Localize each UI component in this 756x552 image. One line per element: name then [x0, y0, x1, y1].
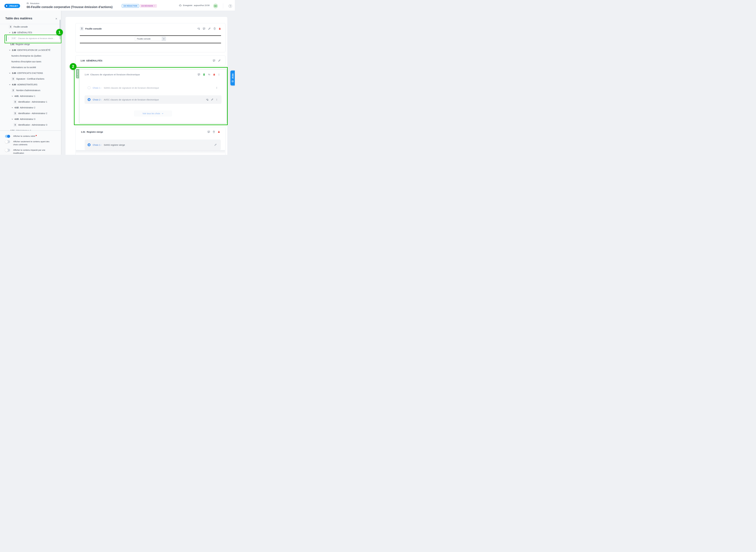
version-history-icon[interactable] [197, 27, 200, 30]
toc-item-label: Numéro d'entreprise du Québec [11, 54, 41, 57]
kebab-menu-icon[interactable] [216, 87, 218, 89]
toc-item-number: 4.01 [14, 95, 19, 97]
add-comment-icon[interactable] [203, 27, 205, 30]
clause-type-tab: CLAUSE [76, 69, 79, 79]
toc-item[interactable]: Informations sur la société [0, 64, 61, 70]
radio-unselected[interactable] [87, 86, 90, 89]
see-all-label: Voir tous les choix [143, 112, 160, 115]
lock-icon[interactable] [213, 73, 215, 76]
status-badge-review[interactable]: EN RÉVISION [140, 4, 157, 8]
clause-title: Clauses de signature et livraison électr… [90, 73, 140, 76]
chevron-down-icon [162, 113, 164, 115]
kebab-menu-icon[interactable] [218, 74, 220, 76]
close-icon[interactable] [55, 17, 58, 20]
toc-item-label: Administrateur 1 [20, 95, 35, 97]
section-card-generalites: 1.00 GÉNÉRALITÉS [75, 55, 225, 65]
lock-icon[interactable] [218, 27, 221, 30]
save-status: Enregistré : aujourd'hui 15:50 [179, 4, 210, 7]
toggle-switch[interactable] [5, 140, 10, 143]
toc-item[interactable]: 4.00ADMINISTRATEURS [0, 82, 61, 88]
lock-icon[interactable] [218, 131, 220, 133]
toc-item-highlighted[interactable]: #.##Clauses de signature et livraison él… [0, 35, 61, 41]
edit-pencil-icon[interactable] [218, 59, 221, 62]
cloud-icon [179, 4, 182, 7]
delete-trash-icon[interactable] [212, 130, 215, 133]
edit-pencil-icon[interactable] [211, 98, 213, 101]
toc-item[interactable]: Identification - Administrateur 1 [0, 99, 61, 105]
app-window: PROJET Résolution 00-Feuille console cor… [0, 0, 235, 155]
toc-item-label: Feuille console [14, 26, 28, 28]
restore-content-icon[interactable] [203, 73, 205, 76]
page-title: 00-Feuille console corporative (Trousse … [27, 5, 113, 9]
toc-item-number: 1.01 [10, 43, 14, 45]
see-all-choices-button[interactable]: Voir tous les choix [134, 111, 172, 117]
clause-choice-1[interactable]: Choix 1 : SANS clauses de signature et d… [84, 84, 221, 91]
registre-choice-2[interactable]: Choix 2 : AVEC registre vierge [85, 152, 221, 155]
toc-item[interactable]: 2.00IDENTIFICATION DE LA SOCIÉTÉ [0, 47, 61, 53]
status-badge-draft[interactable]: EN RÉDACTION [122, 4, 139, 8]
toc-item-number: 3.00 [12, 72, 16, 74]
toc-item[interactable]: 4.03Administrateur 3 [0, 116, 61, 122]
help-side-tab[interactable]: Aide [230, 71, 235, 86]
clause-tab-label: CLAUSE [77, 70, 78, 78]
chevron-down-icon[interactable] [11, 107, 13, 109]
chevron-down-icon[interactable] [9, 32, 11, 34]
console-sheet-select[interactable]: Feuille console [135, 37, 166, 41]
red-dot-indicator [36, 135, 37, 136]
chevron-down-icon[interactable] [9, 72, 11, 74]
toc-item[interactable]: 4.04Administrateur 4 [0, 128, 61, 130]
add-comment-icon[interactable] [207, 130, 210, 133]
toc-item-label: Identification - Administrateur 3 [18, 124, 47, 126]
chevron-down-icon[interactable] [11, 95, 13, 97]
kebab-menu-icon[interactable] [216, 99, 218, 101]
projet-logo: PROJET [4, 4, 20, 8]
drag-handle-icon[interactable] [8, 37, 9, 40]
toggle-switch[interactable] [5, 149, 10, 152]
version-history-icon[interactable] [206, 98, 209, 101]
document-pen-icon [5, 4, 8, 8]
toc-item[interactable]: 1.00GÉNÉRALITÉS [0, 30, 61, 35]
toc-item-label: Clauses de signature et livraison électr… [18, 37, 54, 39]
toc-item[interactable]: Identification - Administrateur 2 [0, 111, 61, 116]
select-value: Feuille console [135, 38, 162, 40]
toggle-label: Afficher le contenu retiré [13, 135, 37, 138]
choice-text: SANS registre vierge [104, 144, 125, 146]
chevron-down-icon[interactable] [11, 118, 13, 120]
edit-pencil-icon[interactable] [214, 143, 217, 146]
delete-trash-icon[interactable] [213, 27, 216, 30]
toc-item[interactable]: 4.01Administrateur 1 [0, 93, 61, 99]
toc-item-number: 1.00 [12, 31, 16, 34]
chevron-down-icon[interactable] [9, 84, 11, 86]
help-button[interactable]: ? [229, 4, 232, 8]
toc-item[interactable]: Identification - Administrateur 3 [0, 122, 61, 128]
signature-icon [80, 27, 84, 30]
radio-selected[interactable] [87, 98, 90, 101]
toc-item[interactable]: Numéros d'inscription aux taxes [0, 59, 61, 64]
avatar[interactable]: SK [213, 4, 218, 8]
toc-item[interactable]: 3.00CERTIFICATS D'ACTIONS [0, 70, 61, 76]
logo-label: PROJET [10, 5, 18, 7]
card-title: Feuille console [85, 27, 102, 30]
toc-item[interactable]: Feuille console [0, 24, 61, 30]
toc-item[interactable]: Numéro d'entreprise du Québec [0, 53, 61, 59]
toggle-switch[interactable] [5, 135, 10, 138]
swap-order-icon[interactable] [208, 73, 211, 76]
add-comment-icon[interactable] [213, 59, 215, 62]
table-of-contents-sidebar: Table des matières Feuille console1.00GÉ… [0, 11, 61, 155]
filter-toggle-row: Afficher le contenu impacté par une modi… [5, 149, 61, 155]
section-card-registre-vierge: 1.01 Registre vierge Choix 1 : [75, 127, 225, 155]
registre-choice-1[interactable]: Choix 1 : SANS registre vierge [85, 140, 221, 150]
add-comment-icon[interactable] [197, 73, 200, 76]
radio-selected[interactable] [87, 143, 90, 146]
signature-icon [13, 100, 17, 104]
toc-drag-card[interactable]: #.##Clauses de signature et livraison él… [6, 35, 60, 41]
toc-item[interactable]: 1.01Registre vierge [0, 41, 61, 47]
toc-item[interactable]: 4.02Administrateur 2 [0, 105, 61, 111]
toc-item[interactable]: Nombre d'administrateurs [0, 88, 61, 93]
chevron-down-icon[interactable] [9, 49, 11, 51]
clause-choice-2[interactable]: Choix 2 : AVEC clauses de signature et d… [84, 95, 221, 104]
toc-item[interactable]: Signature - Certificat d'actions [0, 76, 61, 82]
top-header: PROJET Résolution 00-Feuille console cor… [0, 0, 235, 11]
edit-pencil-icon[interactable] [208, 27, 211, 30]
toggle-label: Afficher le contenu impacté par une modi… [13, 149, 51, 155]
